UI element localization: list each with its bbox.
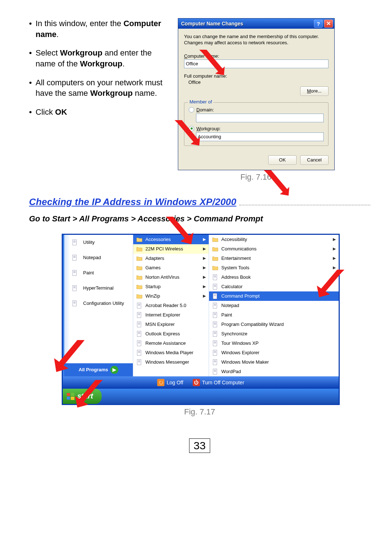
svg-rect-51 <box>213 312 217 318</box>
menu-item[interactable]: Paint <box>209 310 339 320</box>
menu-item[interactable]: HyperTerminal <box>64 281 133 296</box>
start-menu: UtilityNotepadPaintHyperTerminalConfigur… <box>62 234 340 405</box>
menu-item-label: WinZip <box>146 293 160 299</box>
chevron-right-icon: ▶ <box>110 366 118 374</box>
instruction-bullet: • Click OK <box>29 107 167 118</box>
svg-rect-10 <box>73 271 75 271</box>
svg-rect-63 <box>213 350 217 355</box>
svg-rect-34 <box>138 351 140 351</box>
menu-item[interactable]: Windows Movie Maker <box>209 357 339 367</box>
svg-rect-60 <box>213 340 217 346</box>
menu-item[interactable]: Windows Messenger <box>133 357 209 367</box>
menu-item[interactable]: Remote Assistance <box>133 339 209 348</box>
chevron-right-icon: ▶ <box>333 256 336 261</box>
chevron-right-icon: ▶ <box>203 284 206 289</box>
workgroup-radio-row[interactable]: Workgroup: <box>189 126 324 131</box>
menu-item[interactable]: WinZip▶ <box>133 291 209 301</box>
help-button[interactable]: ? <box>314 20 323 28</box>
workgroup-input[interactable] <box>196 132 324 141</box>
menu-item[interactable]: Outlook Express <box>133 329 209 339</box>
domain-radio-row[interactable]: Domain: <box>189 107 324 113</box>
svg-rect-58 <box>214 332 216 332</box>
app-icon <box>212 321 219 328</box>
menu-item[interactable]: Norton AntiVirus▶ <box>133 273 209 282</box>
app-icon <box>212 302 219 309</box>
sub-instruction: Go to Start > All Programs > Accessories… <box>29 214 370 224</box>
ok-button[interactable]: OK <box>268 155 297 165</box>
svg-rect-22 <box>138 313 140 314</box>
domain-input[interactable] <box>196 114 324 122</box>
app-icon <box>69 237 80 248</box>
svg-rect-54 <box>213 322 217 327</box>
menu-item[interactable]: WordPad <box>209 367 339 376</box>
full-computer-name-value: Office <box>184 79 328 85</box>
instruction-list: • In this window, enter the Computer nam… <box>29 18 167 126</box>
app-icon <box>212 274 219 281</box>
menu-item[interactable]: Startup▶ <box>133 282 209 291</box>
svg-rect-72 <box>67 393 70 396</box>
svg-rect-4 <box>73 241 75 241</box>
menu-item[interactable]: Communications▶ <box>209 244 339 254</box>
menu-item-label: Windows Messenger <box>146 359 189 365</box>
menu-item[interactable]: Synchronize <box>209 329 339 339</box>
svg-rect-18 <box>137 303 141 308</box>
svg-rect-15 <box>73 301 77 306</box>
menu-item[interactable]: Internet Explorer <box>133 310 209 320</box>
svg-rect-37 <box>138 360 140 361</box>
domain-radio[interactable] <box>189 107 194 113</box>
close-button[interactable]: ✕ <box>324 20 333 28</box>
svg-rect-42 <box>213 284 217 289</box>
menu-item-label: Command Prompt <box>221 293 260 299</box>
app-icon <box>212 340 219 347</box>
svg-marker-79 <box>75 380 103 408</box>
chevron-right-icon: ▶ <box>203 265 206 270</box>
cancel-button[interactable]: Cancel <box>300 155 328 165</box>
menu-item-label: Paint <box>221 312 232 318</box>
svg-rect-44 <box>214 286 216 286</box>
menu-item[interactable]: Accessibility▶ <box>209 235 339 244</box>
callout-arrow-icon <box>52 340 85 373</box>
svg-rect-45 <box>213 293 217 299</box>
app-icon <box>136 302 143 309</box>
svg-rect-39 <box>213 274 217 280</box>
app-icon <box>212 349 219 356</box>
menu-item-label: Paint <box>83 270 94 275</box>
start-menu-bottom-bar: ⭮Log Off ⏻Turn Off Computer <box>63 376 339 389</box>
menu-item[interactable]: Program Compatibility Wizard <box>209 320 339 329</box>
folder-icon <box>136 246 143 252</box>
callout-arrow-icon <box>166 217 193 244</box>
menu-item[interactable]: Games▶ <box>133 263 209 273</box>
menu-item[interactable]: Configuration Utility <box>64 296 133 311</box>
svg-rect-36 <box>137 359 141 365</box>
menu-item[interactable]: Notepad <box>64 250 133 265</box>
log-off-button[interactable]: ⭮Log Off <box>157 379 183 386</box>
svg-rect-32 <box>138 343 140 343</box>
taskbar: start <box>63 389 339 404</box>
app-icon <box>212 312 219 318</box>
svg-rect-30 <box>137 340 141 346</box>
menu-item[interactable]: MSN Explorer <box>133 320 209 329</box>
dialog-title: Computer Name Changes <box>181 21 243 26</box>
menu-item[interactable]: Windows Explorer <box>209 348 339 357</box>
menu-item-label: Entertainment <box>221 255 251 261</box>
menu-item[interactable]: Adapters▶ <box>133 254 209 263</box>
svg-rect-61 <box>214 342 216 342</box>
menu-item[interactable]: Notepad <box>209 301 339 310</box>
svg-rect-46 <box>214 294 216 295</box>
svg-rect-50 <box>214 305 216 305</box>
menu-item-label: Communications <box>221 246 257 252</box>
turn-off-button[interactable]: ⏻Turn Off Computer <box>193 379 244 386</box>
menu-item[interactable]: Paint <box>64 265 133 281</box>
app-icon <box>136 349 143 356</box>
menu-item[interactable]: 22M PCI Wireless▶ <box>133 244 209 254</box>
menu-item[interactable]: Tour Windows XP <box>209 339 339 348</box>
figure-caption: Fig. 7.16 <box>178 172 334 182</box>
menu-item[interactable]: Windows Media Player <box>133 348 209 357</box>
more-button[interactable]: More... <box>300 86 328 96</box>
power-icon: ⏻ <box>193 379 200 386</box>
menu-item-label: Adapters <box>146 255 164 261</box>
menu-item[interactable]: Acrobat Reader 5.0 <box>133 301 209 310</box>
menu-item[interactable]: Entertainment▶ <box>209 254 339 263</box>
domain-label: Domain: <box>196 107 214 113</box>
menu-item[interactable]: Utility <box>64 235 133 250</box>
